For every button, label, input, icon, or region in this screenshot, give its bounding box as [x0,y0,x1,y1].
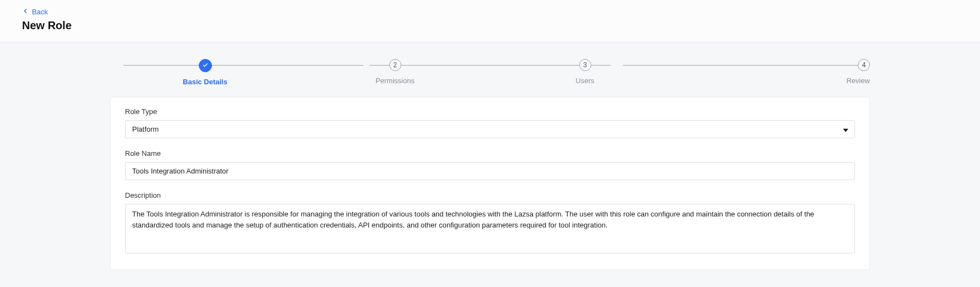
step-label: Basic Details [183,78,227,86]
back-link[interactable]: Back [22,8,48,16]
chevron-left-icon [22,8,29,16]
step-circle: 3 [579,59,591,71]
step-review[interactable]: 4 Review [680,59,870,85]
role-name-label: Role Name [125,149,855,158]
step-users[interactable]: 3 Users [490,59,680,85]
page-header: Back New Role [0,0,980,42]
step-label: Users [576,77,595,85]
step-circle: 2 [389,59,401,71]
step-circle: 4 [858,59,870,71]
role-type-select[interactable]: Platform [125,120,855,138]
role-type-value: Platform [125,120,855,138]
stepper: Basic Details 2 Permissions 3 Users 4 Re… [0,42,980,97]
step-label: Permissions [375,77,415,85]
role-type-label: Role Type [125,107,855,116]
step-permissions[interactable]: 2 Permissions [300,59,490,85]
step-label: Review [846,77,870,85]
page-title: New Role [22,19,958,32]
step-circle-active [199,59,212,72]
field-role-name: Role Name [125,149,855,180]
field-role-type: Role Type Platform [125,107,855,138]
form-card: Role Type Platform Role Name Description [110,97,870,270]
role-name-input[interactable] [125,162,855,180]
description-label: Description [125,191,855,199]
back-label: Back [32,8,48,16]
description-textarea[interactable] [125,204,855,253]
check-icon [202,62,209,70]
field-description: Description [125,191,855,255]
step-basic-details[interactable]: Basic Details [110,59,300,86]
